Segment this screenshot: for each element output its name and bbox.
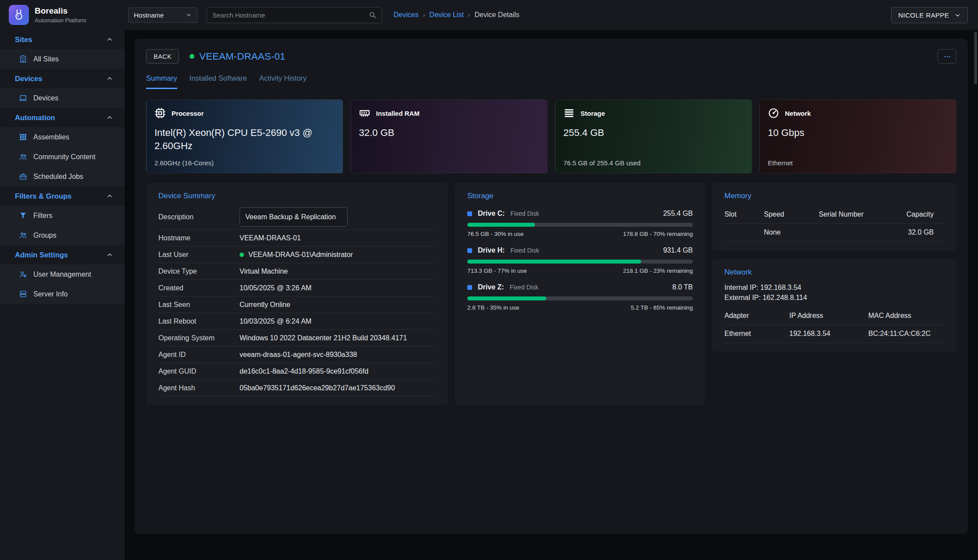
tab-installed-software[interactable]: Installed Software — [190, 74, 247, 89]
summary-row-created: Created 10/05/2025 @ 3:26 AM — [158, 280, 436, 296]
drive-type: Fixed Disk — [510, 284, 538, 291]
row-label: Last User — [158, 251, 240, 259]
row-label: Agent GUID — [158, 367, 240, 375]
topbar: Borealis Automation Platform Hostname De… — [0, 0, 978, 30]
network-panel: Network Internal IP: 192.168.3.54 Extern… — [712, 259, 957, 352]
device-title: VEEAM-DRAAS-01 — [199, 51, 285, 62]
drive-used-text: 2.8 TB - 35% in use — [467, 304, 519, 311]
stat-card-network: Network 10 Gbps Ethernet — [759, 100, 957, 173]
storage-panel: Storage Drive C: Fixed Disk 255.4 GB — [455, 183, 705, 405]
tab-summary[interactable]: Summary — [146, 74, 177, 89]
sidebar-item-server-info[interactable]: Server Info — [0, 284, 125, 304]
row-label: Last Reboot — [158, 317, 240, 325]
breadcrumb-devices[interactable]: Devices — [394, 11, 419, 19]
drive-type: Fixed Disk — [510, 247, 539, 254]
back-button[interactable]: BACK — [146, 49, 179, 64]
grid-icon — [19, 133, 27, 141]
gauge-icon — [768, 107, 779, 119]
building-icon — [19, 55, 27, 63]
stat-value: 32.0 GB — [359, 126, 534, 139]
description-input[interactable] — [240, 207, 347, 227]
search-icon[interactable] — [369, 11, 376, 19]
sidebar-item-scheduled-jobs[interactable]: Scheduled Jobs — [0, 167, 125, 186]
sidebar-section-filters-groups[interactable]: Filters & Groups — [0, 186, 125, 206]
row-value: Currently Online — [240, 300, 290, 309]
cell-adapter: Ethernet — [724, 330, 789, 338]
brand-subtitle: Automation Platform — [35, 17, 86, 24]
users-icon — [19, 153, 27, 161]
section-label: Filters & Groups — [15, 192, 72, 200]
sidebar-item-devices[interactable]: Devices — [0, 88, 125, 108]
sidebar-item-user-management[interactable]: User Management — [0, 264, 125, 284]
section-label: Automation — [15, 114, 55, 122]
chevron-up-icon — [106, 251, 113, 258]
drive-icon — [467, 211, 472, 216]
sidebar-section-admin-settings[interactable]: Admin Settings — [0, 245, 125, 264]
scrollbar[interactable] — [974, 32, 977, 84]
chevron-down-icon — [954, 12, 961, 18]
breadcrumb-separator: › — [423, 11, 425, 18]
stat-title: Network — [785, 110, 811, 117]
cell-ip-address: 192.168.3.54 — [789, 330, 868, 338]
cell-mac-address: BC:24:11:CA:C6:2C — [868, 330, 944, 338]
sidebar-item-community-content[interactable]: Community Content — [0, 147, 125, 167]
users-icon — [19, 231, 27, 239]
drive-used-text: 76.5 GB - 30% in use — [467, 231, 523, 237]
cell-speed: None — [764, 228, 819, 236]
column-header: Slot — [724, 210, 764, 218]
right-column: Memory Slot Speed Serial Number Capacity… — [712, 183, 957, 405]
drive-name: Drive H: — [478, 246, 505, 254]
more-options-button[interactable] — [938, 49, 957, 64]
section-label: Devices — [15, 75, 42, 83]
memory-table-row: None 32.0 GB — [724, 224, 944, 242]
sidebar-item-groups[interactable]: Groups — [0, 225, 125, 245]
panel-title: Storage — [467, 192, 693, 200]
column-header: Capacity — [893, 210, 944, 218]
user-gear-icon — [19, 270, 27, 278]
drive-usage-bar — [467, 260, 693, 264]
summary-row-last-user: Last User VEEAM-DRAAS-01\Administrator — [158, 246, 436, 263]
drive-z: Drive Z: Fixed Disk 8.0 TB 2.8 TB - 35% … — [467, 283, 693, 311]
section-label: Admin Settings — [15, 251, 68, 259]
borealis-logo — [9, 5, 29, 25]
sidebar-item-assemblies[interactable]: Assemblies — [0, 127, 125, 147]
row-label: Operating System — [158, 334, 240, 342]
row-label: Description — [158, 213, 240, 221]
chevron-up-icon — [106, 114, 113, 121]
hostname-filter-select[interactable]: Hostname — [128, 7, 197, 23]
drive-usage-fill — [467, 223, 535, 227]
panel-title: Network — [724, 268, 944, 277]
panel-title: Device Summary — [158, 192, 436, 200]
drive-c: Drive C: Fixed Disk 255.4 GB 76.5 GB - 3… — [467, 210, 693, 237]
row-label: Hostname — [158, 234, 240, 242]
stat-value: Intel(R) Xeon(R) CPU E5-2690 v3 @ 2.60GH… — [154, 126, 330, 152]
drive-name: Drive C: — [478, 210, 505, 218]
user-menu-button[interactable]: NICOLE RAPPE — [891, 7, 968, 23]
stat-title: Processor — [172, 110, 204, 117]
row-value: VEEAM-DRAAS-01 — [240, 234, 301, 242]
device-summary-panel: Device Summary Description Hostname VEEA… — [146, 183, 448, 405]
tab-activity-history[interactable]: Activity History — [259, 74, 307, 89]
drive-type: Fixed Disk — [510, 210, 539, 217]
row-value: VEEAM-DRAAS-01\Administrator — [240, 250, 353, 259]
row-value: 10/05/2025 @ 3:26 AM — [240, 284, 312, 292]
column-header: Speed — [764, 210, 819, 218]
stat-footer: 2.60GHz (16-Cores) — [154, 159, 214, 167]
breadcrumb-device-list[interactable]: Device List — [430, 11, 464, 19]
summary-row-last-reboot: Last Reboot 10/03/2025 @ 6:24 AM — [158, 313, 436, 330]
sidebar-section-sites[interactable]: Sites — [0, 30, 125, 49]
summary-row-operating-system: Operating System Windows 10 2022 Datacen… — [158, 330, 436, 346]
sidebar-item-all-sites[interactable]: All Sites — [0, 49, 125, 69]
search-input[interactable] — [212, 11, 369, 19]
drive-usage-fill — [467, 296, 546, 300]
sidebar-section-automation[interactable]: Automation — [0, 108, 125, 127]
hostname-filter-value: Hostname — [134, 11, 164, 19]
sidebar-section-devices[interactable]: Devices — [0, 69, 125, 88]
drive-remaining-text: 218.1 GB - 23% remaining — [623, 268, 693, 274]
sidebar-item-filters[interactable]: Filters — [0, 206, 125, 225]
drive-icon — [467, 285, 472, 290]
sidebar-item-label: All Sites — [33, 55, 59, 63]
memory-panel: Memory Slot Speed Serial Number Capacity… — [712, 183, 957, 250]
external-ip: External IP: 162.248.8.114 — [724, 292, 944, 303]
cpu-icon — [154, 107, 166, 119]
